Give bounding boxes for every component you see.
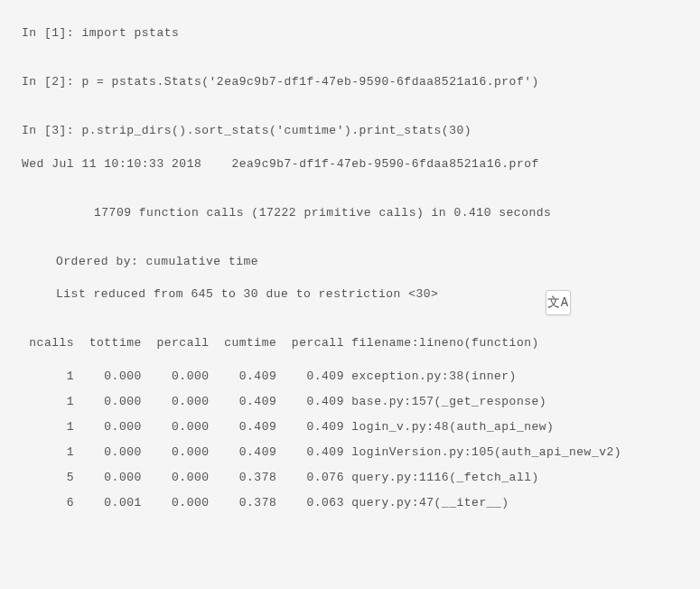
blank-line bbox=[22, 227, 678, 254]
blank-line bbox=[22, 145, 678, 156]
stats-row: 1 0.000 0.000 0.409 0.409 loginVersion.p… bbox=[22, 444, 678, 461]
blank-line bbox=[22, 96, 678, 123]
output-list-reduced: List reduced from 645 to 30 due to restr… bbox=[22, 286, 678, 303]
code-line-in2: In [2]: p = pstats.Stats('2ea9c9b7-df1f-… bbox=[22, 74, 678, 90]
stats-row: 6 0.001 0.000 0.378 0.063 query.py:47(__… bbox=[22, 495, 678, 511]
blank-line bbox=[22, 276, 678, 286]
translate-button[interactable]: 文A bbox=[546, 290, 571, 315]
blank-line bbox=[22, 178, 678, 205]
blank-line bbox=[22, 47, 678, 74]
stats-header-row: ncalls tottime percall cumtime percall f… bbox=[22, 335, 678, 351]
output-ordered-by: Ordered by: cumulative time bbox=[22, 254, 678, 270]
stats-body: 1 0.000 0.000 0.409 0.409 exception.py:3… bbox=[22, 369, 678, 512]
code-line-in1: In [1]: import pstats bbox=[22, 25, 678, 42]
translate-icon: 文A bbox=[547, 294, 568, 313]
code-line-in3: In [3]: p.strip_dirs().sort_stats('cumti… bbox=[22, 123, 678, 139]
stats-row: 1 0.000 0.000 0.409 0.409 base.py:157(_g… bbox=[22, 394, 678, 410]
blank-line bbox=[22, 308, 678, 335]
stats-row: 5 0.000 0.000 0.378 0.076 query.py:1116(… bbox=[22, 470, 678, 486]
stats-row: 1 0.000 0.000 0.409 0.409 exception.py:3… bbox=[22, 369, 678, 385]
blank-line bbox=[22, 358, 678, 369]
output-summary: 17709 function calls (17222 primitive ca… bbox=[22, 205, 678, 221]
output-date-prof: Wed Jul 11 10:10:33 2018 2ea9c9b7-df1f-4… bbox=[22, 156, 678, 173]
stats-row: 1 0.000 0.000 0.409 0.409 login_v.py:48(… bbox=[22, 419, 678, 435]
